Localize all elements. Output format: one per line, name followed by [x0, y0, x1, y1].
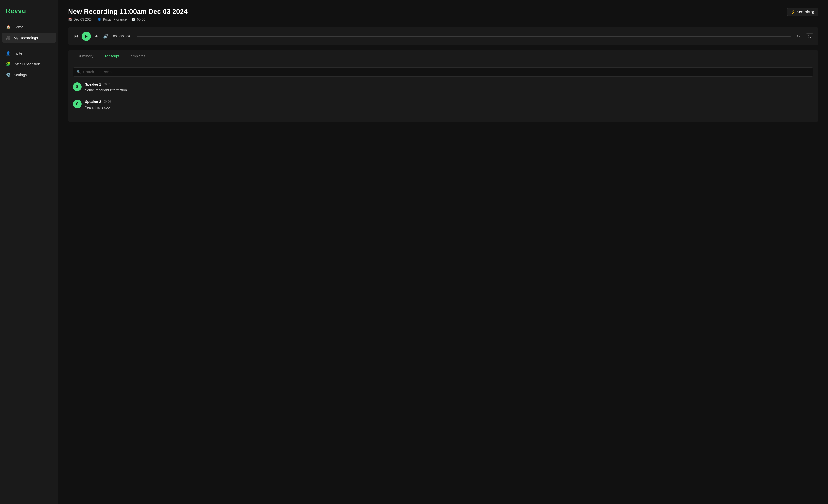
skip-forward-button[interactable]: ⏭	[93, 33, 99, 40]
user-icon: 👤	[97, 18, 101, 22]
meta-duration: 🕐 00:06	[131, 17, 145, 22]
speaker-2-avatar: S	[73, 100, 82, 109]
time-display: 00:00/00:06	[113, 35, 133, 38]
sidebar-item-my-recordings-label: My Recordings	[13, 36, 38, 40]
recording-title: New Recording 11:00am Dec 03 2024	[68, 8, 188, 15]
camera-icon: 🎥	[6, 35, 11, 40]
sidebar-item-home[interactable]: 🏠 Home	[2, 22, 56, 32]
page-header: New Recording 11:00am Dec 03 2024 📅 Dec …	[68, 8, 818, 22]
volume-button[interactable]: 🔊	[102, 33, 109, 40]
sidebar-item-invite-label: Invite	[13, 51, 23, 55]
speaker-2-header: Speaker 2 00:06	[85, 100, 111, 103]
speed-button[interactable]: 1x	[795, 34, 802, 39]
sidebar-item-settings-label: Settings	[13, 73, 27, 77]
meta-date-value: Dec 03 2024	[73, 17, 92, 22]
player-controls: ⏮ ▶ ⏭ 🔊	[73, 32, 109, 41]
fullscreen-button[interactable]: ⛶	[806, 33, 814, 39]
sidebar-item-install-extension[interactable]: 🧩 Install Extension	[2, 59, 56, 69]
tab-summary[interactable]: Summary	[73, 50, 98, 62]
see-pricing-button[interactable]: ⚡ See Pricing	[787, 8, 818, 16]
audio-player: ⏮ ▶ ⏭ 🔊 00:00/00:06 1x ⛶	[68, 27, 818, 45]
app-logo: Revvu	[0, 5, 58, 22]
sidebar-divider	[2, 43, 56, 47]
invite-icon: 👤	[6, 51, 11, 56]
sidebar-nav: 🏠 Home 🎥 My Recordings 👤 Invite 🧩 Instal…	[0, 22, 58, 79]
search-icon: 🔍	[77, 70, 81, 74]
see-pricing-label: See Pricing	[797, 10, 814, 14]
skip-back-button[interactable]: ⏮	[73, 33, 79, 40]
speaker-1-header: Speaker 1 00:01	[85, 82, 127, 86]
speaker-1-text: Some important information	[85, 88, 127, 93]
speaker-1-avatar: S	[73, 82, 82, 91]
sidebar-item-my-recordings[interactable]: 🎥 My Recordings	[2, 33, 56, 43]
speaker-2-avatar-letter: S	[76, 102, 79, 106]
meta-user: 👤 Poxan Florance	[97, 17, 127, 22]
tabs-container: Summary Transcript Templates 🔍 S Speaker…	[68, 50, 818, 122]
recording-info: New Recording 11:00am Dec 03 2024 📅 Dec …	[68, 8, 188, 22]
speaker-entry-2: S Speaker 2 00:06 Yeah, this is cool	[73, 100, 814, 110]
speaker-1-name: Speaker 1	[85, 82, 101, 86]
play-icon: ▶	[85, 34, 88, 38]
sidebar-item-home-label: Home	[13, 25, 23, 29]
speaker-2-body: Speaker 2 00:06 Yeah, this is cool	[85, 100, 111, 110]
fullscreen-icon: ⛶	[808, 35, 811, 38]
calendar-icon: 📅	[68, 18, 72, 22]
tab-transcript[interactable]: Transcript	[98, 50, 124, 62]
speaker-1-avatar-letter: S	[76, 85, 79, 89]
play-button[interactable]: ▶	[82, 32, 91, 41]
skip-back-icon: ⏮	[74, 34, 78, 39]
main-content: New Recording 11:00am Dec 03 2024 📅 Dec …	[58, 0, 828, 504]
meta-user-value: Poxan Florance	[103, 17, 127, 22]
gear-icon: ⚙️	[6, 72, 11, 77]
speaker-2-name: Speaker 2	[85, 100, 101, 103]
recording-meta: 📅 Dec 03 2024 👤 Poxan Florance 🕐 00:06	[68, 17, 188, 22]
search-input[interactable]	[83, 70, 810, 74]
search-bar: 🔍	[73, 67, 814, 77]
sidebar-item-invite[interactable]: 👤 Invite	[2, 48, 56, 58]
skip-forward-icon: ⏭	[94, 34, 99, 39]
sidebar-item-install-extension-label: Install Extension	[13, 62, 40, 66]
speaker-2-text: Yeah, this is cool	[85, 105, 111, 110]
speaker-1-body: Speaker 1 00:01 Some important informati…	[85, 82, 127, 93]
home-icon: 🏠	[6, 25, 11, 30]
tabs-header: Summary Transcript Templates	[68, 50, 818, 62]
sidebar-item-settings[interactable]: ⚙️ Settings	[2, 70, 56, 79]
lightning-icon: ⚡	[791, 10, 795, 14]
sidebar: Revvu 🏠 Home 🎥 My Recordings 👤 Invite 🧩 …	[0, 0, 58, 504]
volume-icon: 🔊	[103, 34, 108, 39]
tab-templates[interactable]: Templates	[124, 50, 150, 62]
meta-duration-value: 00:06	[137, 17, 145, 22]
meta-date: 📅 Dec 03 2024	[68, 17, 92, 22]
puzzle-icon: 🧩	[6, 61, 11, 66]
progress-bar[interactable]	[136, 36, 791, 37]
transcript-content: 🔍 S Speaker 1 00:01 Some important infor…	[68, 62, 818, 122]
speaker-2-time: 00:06	[104, 100, 111, 103]
speaker-1-time: 00:01	[104, 83, 111, 86]
speaker-entry-1: S Speaker 1 00:01 Some important informa…	[73, 82, 814, 93]
clock-icon: 🕐	[131, 18, 135, 22]
